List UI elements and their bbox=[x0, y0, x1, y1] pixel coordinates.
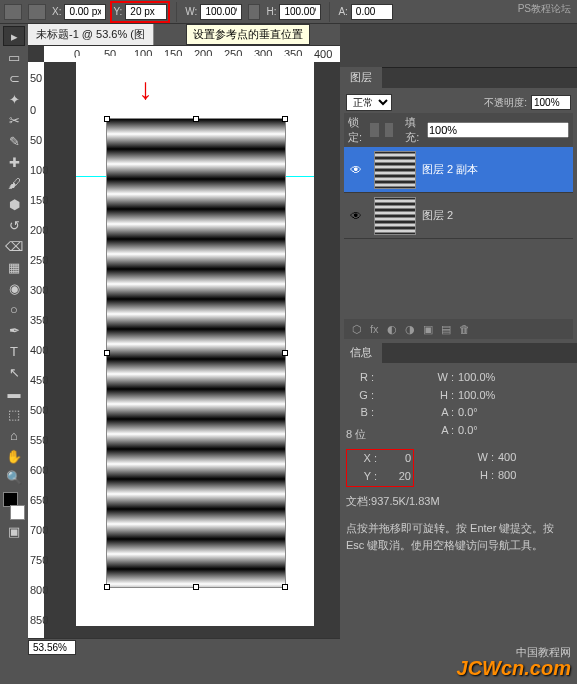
bits-label: 8 位 bbox=[346, 426, 366, 444]
marquee-tool[interactable]: ▭ bbox=[3, 47, 25, 67]
info-d-label: A : bbox=[426, 422, 454, 440]
path-tool[interactable]: ↖ bbox=[3, 362, 25, 382]
history-brush-tool[interactable]: ↺ bbox=[3, 215, 25, 235]
lock-position-icon[interactable] bbox=[385, 123, 394, 137]
document-tab[interactable]: 未标题-1 @ 53.6% (图 bbox=[28, 24, 154, 45]
document-window: 未标题-1 @ 53.6% (图 05010015020025030035040… bbox=[28, 24, 340, 656]
angle-label: A: bbox=[338, 6, 347, 17]
quickmask-tool[interactable]: ▣ bbox=[3, 521, 25, 541]
3d-tool[interactable]: ⬚ bbox=[3, 404, 25, 424]
transform-handle[interactable] bbox=[104, 350, 110, 356]
opacity-input[interactable] bbox=[531, 95, 571, 110]
r-label: R : bbox=[346, 369, 374, 387]
w-label: W: bbox=[185, 6, 197, 17]
layer-name[interactable]: 图层 2 副本 bbox=[422, 162, 478, 177]
anchor-icon[interactable] bbox=[28, 4, 46, 20]
hint-text: 点按并拖移即可旋转。按 Enter 键提交。按 Esc 键取消。使用空格键访问导… bbox=[346, 520, 571, 553]
zoom-tool[interactable]: 🔍 bbox=[3, 467, 25, 487]
info-h-val: 100.0% bbox=[458, 387, 495, 405]
eyedropper-tool[interactable]: ✎ bbox=[3, 131, 25, 151]
transform-handle[interactable] bbox=[282, 116, 288, 122]
info-tab[interactable]: 信息 bbox=[340, 342, 382, 363]
link-icon[interactable] bbox=[248, 4, 260, 20]
fx-icon[interactable]: fx bbox=[370, 323, 379, 335]
layers-tab[interactable]: 图层 bbox=[340, 67, 382, 88]
info-w-val: 100.0% bbox=[458, 369, 495, 387]
trash-icon[interactable]: 🗑 bbox=[459, 323, 470, 335]
collapsed-panel[interactable] bbox=[340, 24, 577, 68]
link-layers-icon[interactable]: ⬡ bbox=[352, 323, 362, 336]
layer-item[interactable]: 👁 图层 2 bbox=[344, 193, 573, 239]
transform-handle[interactable] bbox=[282, 350, 288, 356]
transform-handle[interactable] bbox=[104, 116, 110, 122]
y-label: Y: bbox=[113, 6, 122, 17]
toolbox: ▸ ▭ ⊂ ✦ ✂ ✎ ✚ 🖌 ⬢ ↺ ⌫ ▦ ◉ ○ ✒ T ↖ ▬ ⬚ ⌂ … bbox=[0, 24, 28, 656]
transform-handle[interactable] bbox=[104, 584, 110, 590]
watermark: JCWcn.com bbox=[457, 657, 571, 680]
status-bar bbox=[28, 638, 340, 656]
camera-tool[interactable]: ⌂ bbox=[3, 425, 25, 445]
crop-tool[interactable]: ✂ bbox=[3, 110, 25, 130]
new-layer-icon[interactable]: ▤ bbox=[441, 323, 451, 336]
blend-mode-select[interactable]: 正常 bbox=[346, 94, 392, 111]
info-a-label: A : bbox=[426, 404, 454, 422]
tooltip: 设置参考点的垂直位置 bbox=[186, 24, 310, 45]
visibility-icon[interactable]: 👁 bbox=[344, 209, 368, 223]
transform-handle[interactable] bbox=[193, 584, 199, 590]
layer-name[interactable]: 图层 2 bbox=[422, 208, 453, 223]
visibility-icon[interactable]: 👁 bbox=[344, 163, 368, 177]
folder-icon[interactable]: ▣ bbox=[423, 323, 433, 336]
info-x-val: 0 bbox=[381, 450, 411, 468]
hand-tool[interactable]: ✋ bbox=[3, 446, 25, 466]
x-label: X: bbox=[52, 6, 61, 17]
doc-w-val: 400 bbox=[498, 449, 516, 467]
pen-tool[interactable]: ✒ bbox=[3, 320, 25, 340]
b-label: B : bbox=[346, 404, 374, 422]
angle-input[interactable] bbox=[351, 4, 393, 20]
brush-tool[interactable]: 🖌 bbox=[3, 173, 25, 193]
layer-thumbnail[interactable] bbox=[374, 151, 416, 189]
mask-icon[interactable]: ◐ bbox=[387, 323, 397, 336]
info-y-val: 20 bbox=[381, 468, 411, 486]
doc-h-label: H : bbox=[466, 467, 494, 485]
move-tool[interactable]: ▸ bbox=[3, 26, 25, 46]
x-input[interactable] bbox=[64, 4, 106, 20]
transform-selection[interactable] bbox=[106, 118, 286, 588]
panels: 图层 正常 不透明度: 锁定: 填充: bbox=[340, 24, 577, 656]
canvas-area[interactable]: 050100150200250300350400 500501001502002… bbox=[28, 46, 340, 638]
layer-item[interactable]: 👁 图层 2 副本 bbox=[344, 147, 573, 193]
annotation-arrow: ↓ bbox=[138, 72, 153, 106]
transform-handle[interactable] bbox=[282, 584, 288, 590]
heal-tool[interactable]: ✚ bbox=[3, 152, 25, 172]
fill-input[interactable] bbox=[427, 122, 569, 138]
zoom-input[interactable] bbox=[28, 640, 76, 655]
w-input[interactable] bbox=[200, 4, 242, 20]
dodge-tool[interactable]: ○ bbox=[3, 299, 25, 319]
info-h-label: H : bbox=[426, 387, 454, 405]
background-color[interactable] bbox=[10, 505, 25, 520]
stamp-tool[interactable]: ⬢ bbox=[3, 194, 25, 214]
lasso-tool[interactable]: ⊂ bbox=[3, 68, 25, 88]
transform-handle[interactable] bbox=[193, 116, 199, 122]
eraser-tool[interactable]: ⌫ bbox=[3, 236, 25, 256]
layers-panel: 图层 正常 不透明度: 锁定: 填充: bbox=[340, 68, 577, 343]
lock-label: 锁定: bbox=[348, 115, 364, 145]
h-input[interactable] bbox=[279, 4, 321, 20]
lock-pixels-icon[interactable] bbox=[370, 123, 379, 137]
g-label: G : bbox=[346, 387, 374, 405]
info-a-val: 0.0° bbox=[458, 404, 478, 422]
gradient-tool[interactable]: ▦ bbox=[3, 257, 25, 277]
layer-thumbnail[interactable] bbox=[374, 197, 416, 235]
info-y-label: Y : bbox=[349, 468, 377, 486]
transform-icon bbox=[4, 4, 22, 20]
wand-tool[interactable]: ✦ bbox=[3, 89, 25, 109]
doc-size: 文档:937.5K/1.83M bbox=[346, 493, 571, 511]
type-tool[interactable]: T bbox=[3, 341, 25, 361]
info-d-val: 0.0° bbox=[458, 422, 478, 440]
layer-list: 👁 图层 2 副本 👁 图层 2 bbox=[344, 147, 573, 319]
blur-tool[interactable]: ◉ bbox=[3, 278, 25, 298]
color-swatch[interactable] bbox=[3, 492, 25, 520]
adjustment-icon[interactable]: ◑ bbox=[405, 323, 415, 336]
y-input[interactable] bbox=[125, 4, 167, 20]
shape-tool[interactable]: ▬ bbox=[3, 383, 25, 403]
